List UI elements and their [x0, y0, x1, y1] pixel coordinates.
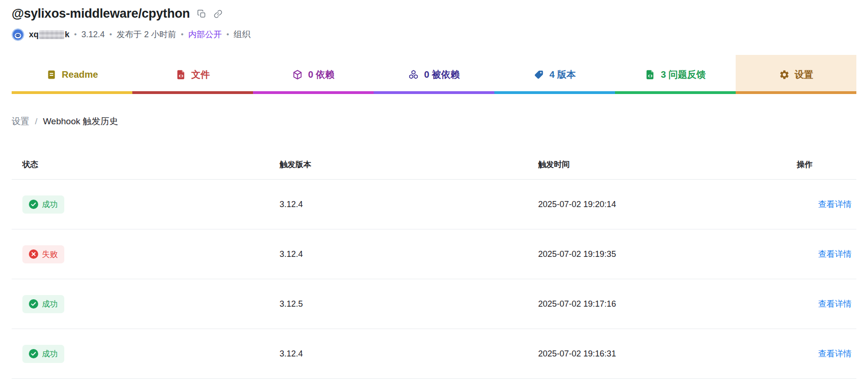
- table-row: 成功 3.12.5 2025-07-02 19:17:16 查看详情: [12, 279, 856, 329]
- time-cell: 2025-07-02 19:20:14: [527, 200, 786, 209]
- package-page: @sylixos-middleware/cpython: [0, 7, 868, 379]
- breadcrumb-settings[interactable]: 设置: [12, 115, 29, 128]
- visibility-badge[interactable]: 内部公开: [188, 29, 222, 40]
- publisher-name[interactable]: xq k: [29, 30, 69, 40]
- check-circle-icon: [29, 349, 38, 358]
- boxes-icon: [408, 69, 419, 80]
- status-label: 失败: [42, 249, 58, 260]
- package-header: @sylixos-middleware/cpython: [12, 7, 856, 21]
- check-circle-icon: [29, 299, 38, 309]
- version-cell: 3.12.4: [269, 349, 527, 359]
- file-code-icon: [176, 69, 186, 80]
- breadcrumb-divider: /: [35, 116, 37, 127]
- tab-label: 0 被依赖: [424, 68, 460, 81]
- status-label: 成功: [42, 349, 58, 359]
- page-title: @sylixos-middleware/cpython: [12, 7, 190, 21]
- tab-label: 3 问题反馈: [661, 68, 706, 81]
- tab-label: 4 版本: [549, 68, 576, 81]
- webhook-history-table: 状态 触发版本 触发时间 操作 成功 3.12.4 2025-07-02 19:…: [12, 150, 856, 379]
- meta-dot: •: [181, 30, 184, 39]
- publisher-avatar[interactable]: [12, 28, 24, 41]
- tab-underline: [615, 91, 736, 94]
- status-badge: 成功: [22, 195, 64, 214]
- meta-dot: •: [226, 30, 229, 39]
- view-details-link[interactable]: 查看详情: [818, 249, 852, 259]
- table-header-row: 状态 触发版本 触发时间 操作: [12, 150, 856, 180]
- tab-underline: [132, 91, 253, 94]
- tab-underline: [374, 91, 494, 94]
- tab-4-版本[interactable]: 4 版本: [494, 55, 615, 94]
- published-time: 发布于 2 小时前: [116, 29, 176, 40]
- breadcrumb: 设置 / Webhook 触发历史: [12, 115, 856, 128]
- time-cell: 2025-07-02 19:16:31: [527, 349, 786, 359]
- version-cell: 3.12.4: [269, 249, 527, 259]
- tag-icon: [533, 69, 544, 80]
- column-header-version: 触发版本: [269, 159, 527, 170]
- tab-underline: [12, 91, 132, 94]
- column-header-status: 状态: [12, 159, 269, 170]
- tab-underline: [253, 91, 374, 94]
- tab-label: 文件: [191, 68, 210, 81]
- status-badge: 成功: [22, 345, 64, 363]
- meta-dot: •: [109, 30, 112, 39]
- copy-icon[interactable]: [197, 9, 206, 19]
- username-blur: [39, 30, 64, 39]
- tab-0-依赖[interactable]: 0 依赖: [253, 55, 374, 94]
- version-cell: 3.12.5: [269, 299, 527, 309]
- table-row: 成功 3.12.4 2025-07-02 19:20:14 查看详情: [12, 180, 856, 229]
- package-tab-bar: Readme 文件 0 依赖 0 被依赖 4 版本 3 问题反馈: [12, 55, 856, 94]
- time-cell: 2025-07-02 19:19:35: [527, 249, 786, 259]
- table-row: 失败 3.12.4 2025-07-02 19:19:35 查看详情: [12, 229, 856, 279]
- tab-3-问题反馈[interactable]: 3 问题反馈: [615, 55, 736, 94]
- issue-file-icon: [645, 69, 656, 80]
- view-details-link[interactable]: 查看详情: [818, 200, 852, 209]
- publisher-name-end: k: [65, 30, 69, 40]
- status-label: 成功: [42, 199, 58, 210]
- tab-label: 设置: [795, 68, 813, 81]
- table-body: 成功 3.12.4 2025-07-02 19:20:14 查看详情 失败 3.…: [12, 180, 856, 379]
- status-badge: 成功: [22, 295, 64, 313]
- package-icon: [292, 69, 303, 80]
- link-icon[interactable]: [213, 9, 223, 19]
- publisher-name-start: xq: [29, 30, 39, 40]
- tab-文件[interactable]: 文件: [132, 55, 253, 94]
- time-cell: 2025-07-02 19:17:16: [527, 299, 786, 309]
- status-badge: 失败: [22, 245, 64, 263]
- tab-label: Readme: [62, 69, 98, 80]
- tab-0-被依赖[interactable]: 0 被依赖: [374, 55, 494, 94]
- breadcrumb-current: Webhook 触发历史: [43, 115, 118, 128]
- check-circle-icon: [29, 200, 38, 209]
- x-circle-icon: [29, 249, 38, 259]
- column-header-time: 触发时间: [527, 159, 786, 170]
- gear-icon: [779, 69, 790, 80]
- tab-underline: [494, 91, 615, 94]
- tab-underline: [736, 91, 856, 94]
- version-cell: 3.12.4: [269, 200, 527, 209]
- package-meta: xq k • 3.12.4 • 发布于 2 小时前 • 内部公开 • 组织: [12, 28, 856, 41]
- status-label: 成功: [42, 299, 58, 309]
- column-header-action: 操作: [786, 159, 856, 170]
- tab-设置[interactable]: 设置: [736, 55, 856, 94]
- readme-icon: [46, 69, 57, 80]
- tab-Readme[interactable]: Readme: [12, 55, 132, 94]
- meta-dot: •: [74, 30, 77, 39]
- tab-label: 0 依赖: [308, 68, 335, 81]
- table-row: 成功 3.12.4 2025-07-02 19:16:31 查看详情: [12, 329, 856, 379]
- view-details-link[interactable]: 查看详情: [818, 349, 852, 358]
- view-details-link[interactable]: 查看详情: [818, 299, 852, 309]
- package-version: 3.12.4: [82, 30, 105, 40]
- org-label: 组织: [234, 29, 251, 40]
